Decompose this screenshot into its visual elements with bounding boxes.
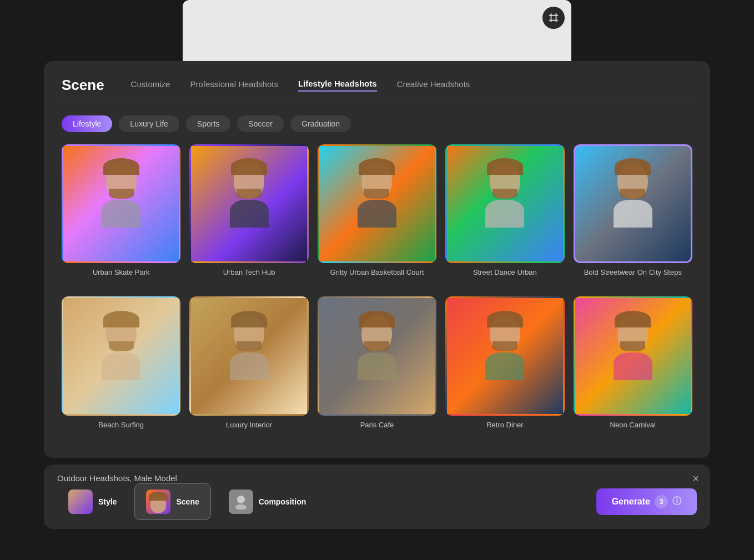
scene-label-luxury: Luxury Interior [226,420,272,440]
app-logo: Scene [62,77,104,94]
filter-lifestyle[interactable]: Lifestyle [62,115,112,132]
scene-thumb-diner [445,296,564,415]
scene-thumb-beach [62,296,180,415]
scene-label-gritty-basketball: Gritty Urban Basketball Court [330,268,424,287]
generate-button[interactable]: Generate 3 ⓘ [596,488,697,515]
bottom-bar: Outdoor Headshots, Male Model × Style Sc… [44,465,710,529]
scene-label-carnival: Neon Carnival [610,420,656,440]
scene-card-luxury[interactable]: Luxury Interior [189,296,308,440]
filter-soccer[interactable]: Soccer [237,115,284,132]
nav-item-professional[interactable]: Professional Headshots [190,79,278,91]
tab-composition[interactable]: Composition [218,484,318,519]
scene-label-bold-streetwear: Bold Streetwear On City Steps [584,268,682,287]
main-panel: Scene Customize Professional Headshots L… [44,61,710,458]
scene-card-street-dance[interactable]: Street Dance Urban [445,144,564,287]
generate-count: 3 [655,495,668,508]
scene-thumb-street-dance [445,144,564,263]
tab-scene[interactable]: Scene [134,483,210,520]
scene-label-urban-skate: Urban Skate Park [93,268,150,287]
scene-card-cafe[interactable]: Paris Cafe [318,296,436,440]
scene-thumb-urban-skate [62,144,180,263]
scene-thumb-gritty-basketball [318,144,436,263]
composition-thumb [229,490,253,514]
scene-label-beach: Beach Surfing [98,420,144,440]
scene-card-gritty-basketball[interactable]: Gritty Urban Basketball Court [318,144,436,287]
scene-image-grid: Urban Skate Park Urban Tech Hub [62,144,692,440]
style-label: Style [98,497,117,506]
generate-label: Generate [612,497,650,507]
nav-item-lifestyle[interactable]: Lifestyle Headshots [298,79,377,92]
scene-card-beach[interactable]: Beach Surfing [62,296,180,440]
scene-thumb-luxury [189,296,308,415]
bottom-title: Outdoor Headshots, Male Model [57,473,177,483]
close-button[interactable]: × [692,472,699,485]
scene-label-cafe: Paris Cafe [360,420,394,440]
scene-thumb-cafe [318,296,436,415]
filter-luxury-life[interactable]: Luxury Life [119,115,179,132]
filter-sports[interactable]: Sports [186,115,230,132]
svg-point-1 [237,496,245,503]
scene-card-carnival[interactable]: Neon Carnival [574,296,692,440]
style-thumb [68,490,93,514]
svg-rect-0 [551,16,556,21]
scene-card-bold-streetwear[interactable]: Bold Streetwear On City Steps [574,144,692,287]
top-preview [183,0,571,61]
scene-card-diner[interactable]: Retro Diner [445,296,564,440]
scene-label-diner: Retro Diner [486,420,523,440]
scene-thumb-bold-streetwear [574,144,692,263]
nav-bar: Scene Customize Professional Headshots L… [62,77,692,103]
scene-card-urban-tech[interactable]: Urban Tech Hub [189,144,308,287]
crop-icon-button[interactable] [542,7,565,29]
nav-item-customize[interactable]: Customize [131,79,170,91]
scene-thumb-tab [146,490,170,514]
filter-row: Lifestyle Luxury Life Sports Soccer Grad… [62,115,692,132]
scene-thumb-carnival [574,296,692,415]
svg-point-2 [235,504,247,509]
nav-item-creative[interactable]: Creative Headshots [397,79,470,91]
scene-thumb-urban-tech [189,144,308,263]
scene-label-urban-tech: Urban Tech Hub [223,268,275,287]
tab-style[interactable]: Style [57,484,128,519]
composition-label: Composition [259,497,306,506]
bottom-actions: Style Scene Composition [57,483,697,520]
scene-label-street-dance: Street Dance Urban [473,268,537,287]
scene-label-tab: Scene [176,497,199,506]
generate-info-icon: ⓘ [672,496,681,507]
filter-graduation[interactable]: Graduation [290,115,351,132]
scene-card-urban-skate[interactable]: Urban Skate Park [62,144,180,287]
